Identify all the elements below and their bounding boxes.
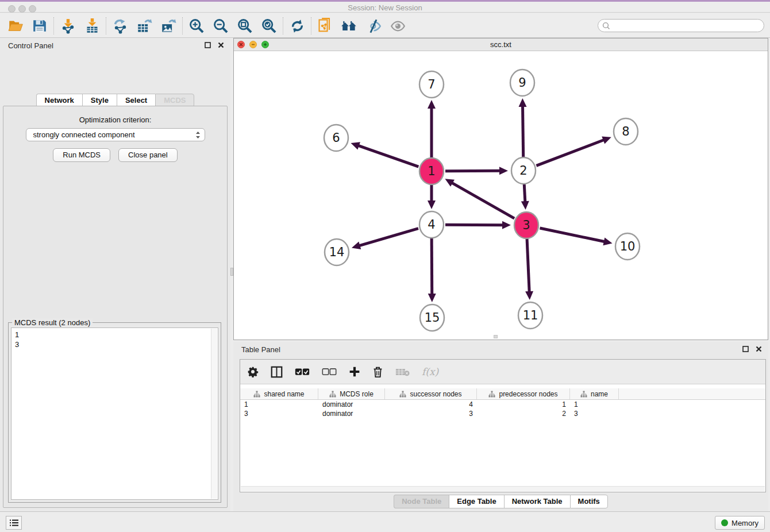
select-all-icon[interactable] [295, 368, 310, 376]
graph-node-14[interactable]: 14 [325, 239, 349, 265]
edge-arrowhead [499, 167, 508, 175]
graph-node-10[interactable]: 10 [615, 233, 640, 260]
graph-node-9[interactable]: 9 [510, 70, 534, 96]
graph-node-8[interactable]: 8 [614, 118, 638, 145]
zoom-out-icon[interactable] [209, 16, 233, 36]
edge-arrowhead [352, 242, 361, 249]
hide-style-icon[interactable] [361, 16, 386, 36]
graph-node-11[interactable]: 11 [518, 302, 542, 329]
column-header-MCDS-role[interactable]: MCDS role [318, 388, 385, 399]
split-columns-icon[interactable] [271, 366, 283, 378]
tab-edge-table[interactable]: Edge Table [449, 495, 503, 508]
node-label: 10 [620, 240, 636, 253]
table-toolbar: f(x) [240, 360, 765, 384]
graph-edge-2-9[interactable] [523, 106, 523, 157]
table-panel-title: Table Panel [241, 345, 280, 354]
tab-node-table[interactable]: Node Table [394, 495, 449, 508]
toolbar-separator [106, 17, 106, 34]
table-cell[interactable]: 3 [385, 410, 477, 418]
network-graph-canvas[interactable]: 7968124314101511 [234, 51, 768, 340]
graph-edge-3-10[interactable] [540, 228, 605, 242]
table-cell[interactable]: 4 [385, 400, 477, 408]
table-header-row[interactable]: shared nameMCDS rolesuccessor nodesprede… [240, 388, 765, 400]
memory-button[interactable]: Memory [715, 516, 765, 530]
export-network-icon[interactable] [108, 16, 132, 36]
table-cell[interactable]: 1 [477, 400, 570, 408]
column-header-successor-nodes[interactable]: successor nodes [385, 388, 477, 399]
add-icon[interactable] [349, 366, 360, 377]
graph-edge-4-15[interactable] [432, 238, 432, 295]
refresh-icon[interactable] [285, 16, 309, 36]
table-cell[interactable]: 1 [240, 400, 318, 408]
graph-edge-2-3[interactable] [524, 184, 525, 202]
close-panel-icon[interactable] [217, 41, 225, 49]
zoom-fit-icon[interactable] [233, 16, 257, 36]
zoom-in-icon[interactable] [184, 16, 209, 36]
save-icon[interactable] [28, 16, 52, 36]
network-window-titlebar[interactable]: scc.txt [234, 38, 768, 51]
task-history-button[interactable] [6, 516, 22, 530]
graph-node-3[interactable]: 3 [514, 212, 538, 238]
node-label: 6 [332, 131, 340, 145]
gear-icon[interactable] [247, 366, 259, 377]
deselect-all-icon[interactable] [322, 368, 337, 376]
graph-node-2[interactable]: 2 [511, 157, 536, 184]
column-header-predecessor-nodes[interactable]: predecessor nodes [477, 388, 570, 399]
table-cell[interactable]: 2 [477, 410, 570, 418]
table-row[interactable]: 1dominator411 [240, 400, 765, 409]
mcds-result-area[interactable]: 1 3 [11, 327, 218, 500]
run-mcds-button[interactable]: Run MCDS [53, 148, 110, 162]
graph-node-15[interactable]: 15 [420, 304, 444, 331]
mcds-panel: Optimization criterion: strongly connect… [3, 106, 228, 508]
function-builder-icon: f(x) [422, 366, 438, 377]
window-titlebar: Session: New Session [0, 0, 770, 13]
table-row[interactable]: 3dominator323 [240, 409, 765, 418]
canvas-resize-handle[interactable] [494, 335, 498, 338]
open-folder-icon[interactable] [3, 16, 28, 36]
graph-edge-2-8[interactable] [536, 140, 604, 165]
column-header-shared-name[interactable]: shared name [240, 388, 318, 399]
float-table-panel-icon[interactable] [742, 345, 749, 353]
graph-edge-3-11[interactable] [527, 239, 529, 292]
table-cell[interactable]: dominator [318, 410, 385, 418]
graph-node-1[interactable]: 1 [419, 158, 444, 184]
import-table-icon[interactable] [80, 16, 104, 36]
mcds-result-text: 1 3 [11, 328, 218, 349]
graph-edge-4-3[interactable] [445, 225, 503, 225]
close-panel-button[interactable]: Close panel [118, 148, 178, 162]
control-panel: Control Panel NetworkStyleSelectMCDS Opt… [0, 38, 230, 511]
export-image-icon[interactable] [156, 16, 180, 36]
graph-edge-1-2[interactable] [445, 171, 500, 171]
table-cell[interactable]: 3 [240, 410, 318, 418]
column-header-name[interactable]: name [570, 388, 619, 399]
table-cell[interactable]: dominator [318, 400, 385, 408]
edge-arrowhead [428, 294, 436, 302]
import-network-icon[interactable] [56, 16, 80, 36]
float-panel-icon[interactable] [204, 41, 211, 49]
graph-node-7[interactable]: 7 [419, 71, 444, 98]
tab-motifs[interactable]: Motifs [570, 495, 608, 508]
search-box[interactable] [598, 19, 764, 32]
home-icon[interactable] [337, 16, 361, 36]
graph-node-6[interactable]: 6 [324, 125, 348, 151]
search-input[interactable] [610, 20, 764, 31]
main-toolbar [0, 14, 770, 38]
result-scrollbar[interactable] [211, 329, 217, 499]
close-table-panel-icon[interactable] [755, 345, 763, 353]
table-scrollbar[interactable] [241, 486, 765, 491]
delete-icon[interactable] [372, 366, 383, 378]
clone-network-icon[interactable] [313, 16, 337, 36]
table-cell[interactable]: 1 [570, 400, 619, 408]
tab-network-table[interactable]: Network Table [504, 495, 570, 508]
node-label: 7 [428, 78, 435, 91]
optimization-criterion-select[interactable]: strongly connected component [26, 128, 205, 141]
graph-edge-4-14[interactable] [359, 229, 418, 246]
graph-edge-1-6[interactable] [358, 145, 419, 167]
node-label: 14 [329, 245, 345, 259]
graph-edge-3-1[interactable] [452, 183, 514, 218]
table-cell[interactable]: 3 [570, 410, 619, 418]
control-panel-title: Control Panel [8, 41, 53, 50]
graph-node-4[interactable]: 4 [419, 211, 444, 238]
export-table-icon[interactable] [132, 16, 156, 36]
zoom-selected-icon[interactable] [257, 16, 281, 36]
